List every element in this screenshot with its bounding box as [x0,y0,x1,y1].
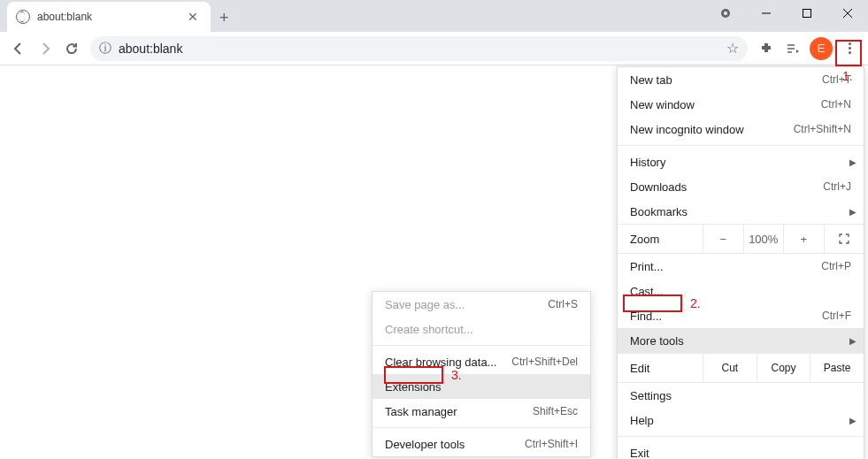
url-text: about:blank [119,42,726,56]
submenu-extensions[interactable]: Extensions [373,374,590,399]
menu-downloads[interactable]: Downloads Ctrl+J [618,174,864,199]
zoom-out-button[interactable]: − [703,225,743,253]
account-dot-icon[interactable] [705,0,746,27]
minimize-button[interactable] [746,0,787,27]
media-control-icon[interactable] [780,35,806,62]
menu-exit[interactable]: Exit [618,440,864,459]
menu-button[interactable] [836,35,863,62]
avatar-initial: E [818,42,826,55]
menu-settings[interactable]: Settings [618,383,864,408]
menu-separator [373,427,590,428]
titlebar: about:blank ✕ + [0,0,868,32]
menu-print[interactable]: Print... Ctrl+P [618,254,864,279]
menu-edit-row: Edit Cut Copy Paste [618,353,864,383]
globe-icon [16,10,30,24]
chevron-right-icon: ▶ [849,336,856,346]
close-window-button[interactable] [827,0,868,27]
toolbar: ⓘ about:blank ☆ E [0,32,868,65]
close-tab-icon[interactable]: ✕ [184,10,202,24]
svg-rect-3 [803,10,811,18]
paste-button[interactable]: Paste [810,354,864,382]
info-icon[interactable]: ⓘ [99,41,111,57]
browser-tab[interactable]: about:blank ✕ [7,2,211,32]
reload-button[interactable] [58,35,85,62]
window-controls [705,0,868,27]
menu-new-window[interactable]: New window Ctrl+N [618,92,864,117]
menu-separator [373,345,590,346]
menu-zoom-row: Zoom − 100% + [618,224,864,254]
menu-new-incognito[interactable]: New incognito window Ctrl+Shift+N [618,117,864,142]
submenu-task-manager[interactable]: Task manager Shift+Esc [373,399,590,424]
main-menu: New tab Ctrl+T New window Ctrl+N New inc… [617,66,864,459]
submenu-create-shortcut[interactable]: Create shortcut... [373,317,590,341]
chevron-right-icon: ▶ [849,416,856,425]
submenu-dev-tools[interactable]: Developer tools Ctrl+Shift+I [373,432,590,456]
more-tools-submenu: Save page as... Ctrl+S Create shortcut..… [372,291,591,457]
fullscreen-button[interactable] [824,225,864,253]
cut-button[interactable]: Cut [703,354,757,382]
menu-bookmarks[interactable]: Bookmarks ▶ [618,199,864,224]
copy-button[interactable]: Copy [757,354,810,382]
menu-help[interactable]: Help ▶ [618,408,864,432]
menu-history[interactable]: History ▶ [618,149,864,174]
address-bar[interactable]: ⓘ about:blank ☆ [90,36,748,61]
zoom-level: 100% [743,225,784,253]
extensions-icon[interactable] [753,35,780,62]
new-tab-button[interactable]: + [211,4,238,33]
submenu-save-page[interactable]: Save page as... Ctrl+S [373,292,590,317]
back-button[interactable] [5,35,32,62]
submenu-clear-data[interactable]: Clear browsing data... Ctrl+Shift+Del [373,349,590,374]
menu-new-tab[interactable]: New tab Ctrl+T [618,67,864,92]
bookmark-star-icon[interactable]: ☆ [726,40,739,57]
chevron-right-icon: ▶ [849,207,856,217]
menu-separator [618,436,864,437]
menu-cast[interactable]: Cast... [618,279,864,303]
chevron-right-icon: ▶ [849,157,856,167]
profile-avatar[interactable]: E [810,37,833,60]
maximize-button[interactable] [787,0,827,27]
svg-point-1 [724,11,727,15]
menu-more-tools[interactable]: More tools ▶ [618,328,864,353]
forward-button[interactable] [32,35,58,62]
menu-find[interactable]: Find... Ctrl+F [618,303,864,328]
tab-title: about:blank [37,11,184,23]
zoom-in-button[interactable]: + [783,225,824,253]
menu-separator [618,145,864,146]
